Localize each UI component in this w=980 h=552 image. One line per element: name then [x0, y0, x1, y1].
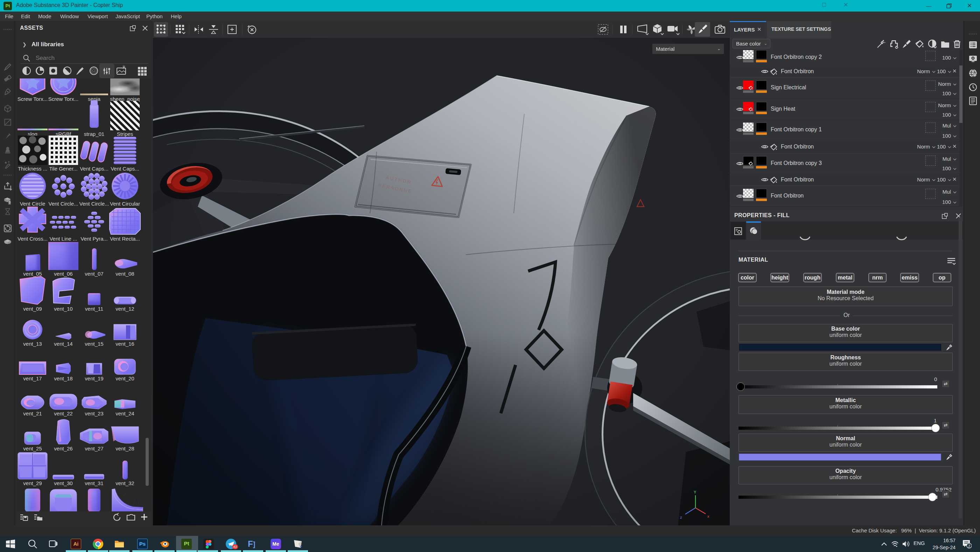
svg-text:z: z [680, 515, 682, 519]
svg-text:x: x [707, 514, 710, 518]
svg-text:Y: Y [694, 490, 697, 494]
svg-text:2: 2 [968, 544, 970, 548]
